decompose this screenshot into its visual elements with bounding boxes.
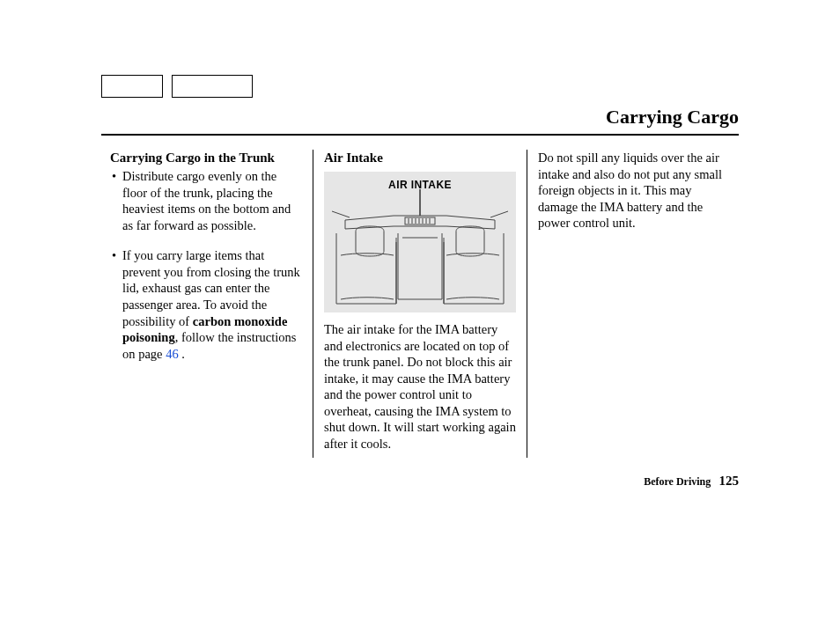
col1-bullet-1: Distribute cargo evenly on the floor of …	[110, 168, 302, 233]
manual-page: Carrying Cargo Carrying Cargo in the Tru…	[0, 0, 840, 625]
column-3: Do not spill any liquids over the air in…	[529, 150, 739, 528]
footer-section: Before Driving	[644, 475, 711, 488]
page-reference-link[interactable]: 46	[166, 347, 179, 361]
header-divider	[101, 134, 739, 136]
column-2: Air Intake AIR INTAKE	[315, 150, 525, 528]
nav-button-group	[101, 75, 253, 98]
content-columns: Carrying Cargo in the Trunk Distribute c…	[101, 150, 739, 528]
page-header: Carrying Cargo	[101, 106, 739, 136]
col1-b2-after2: .	[179, 347, 185, 361]
col3-text: Do not spill any liquids over the air in…	[538, 150, 730, 232]
page-number: 125	[719, 474, 740, 488]
column-divider-1	[313, 150, 313, 458]
page-footer: Before Driving 125	[644, 474, 739, 489]
col2-text: The air intake for the IMA battery and e…	[324, 321, 516, 452]
nav-box-1[interactable]	[101, 75, 163, 98]
page-title: Carrying Cargo	[101, 106, 739, 134]
seat-illustration-icon	[324, 189, 516, 312]
svg-rect-1	[405, 217, 435, 224]
nav-box-2[interactable]	[172, 75, 253, 98]
column-1: Carrying Cargo in the Trunk Distribute c…	[101, 150, 311, 528]
col2-heading: Air Intake	[324, 150, 516, 166]
column-divider-2	[527, 150, 527, 458]
col1-heading: Carrying Cargo in the Trunk	[110, 150, 302, 166]
air-intake-diagram: AIR INTAKE	[324, 172, 516, 312]
col1-bullet-2: If you carry large items that prevent yo…	[110, 247, 302, 362]
col1-bullet-list: Distribute cargo evenly on the floor of …	[110, 168, 302, 362]
